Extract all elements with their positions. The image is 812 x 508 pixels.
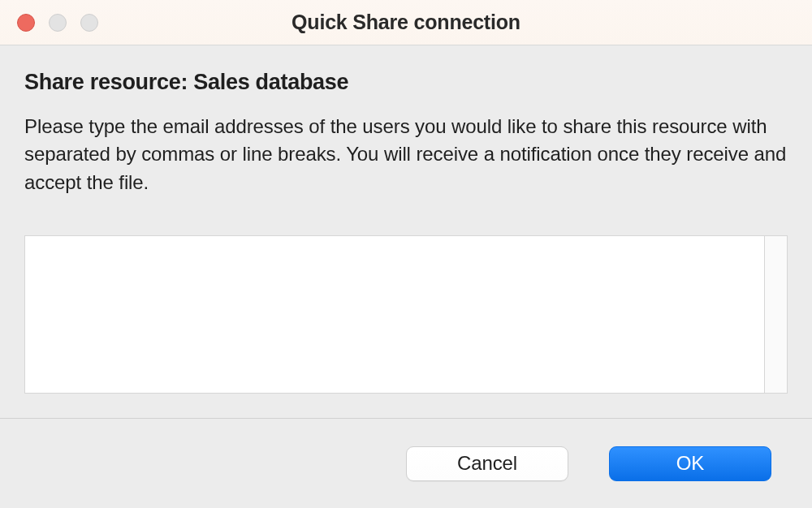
textarea-container	[24, 235, 788, 394]
ok-button[interactable]: OK	[609, 446, 771, 481]
cancel-button[interactable]: Cancel	[406, 446, 568, 481]
window-controls	[17, 14, 98, 32]
dialog-description: Please type the email addresses of the u…	[24, 113, 788, 196]
email-addresses-input[interactable]	[24, 235, 764, 394]
window-title: Quick Share connection	[0, 11, 812, 34]
maximize-window-icon	[80, 14, 98, 32]
dialog-heading: Share resource: Sales database	[24, 70, 788, 95]
textarea-scrollbar[interactable]	[764, 235, 788, 394]
button-bar: Cancel OK	[0, 419, 812, 508]
minimize-window-icon	[49, 14, 67, 32]
dialog-content: Share resource: Sales database Please ty…	[0, 45, 812, 419]
close-window-icon[interactable]	[17, 14, 35, 32]
title-bar: Quick Share connection	[0, 0, 812, 45]
